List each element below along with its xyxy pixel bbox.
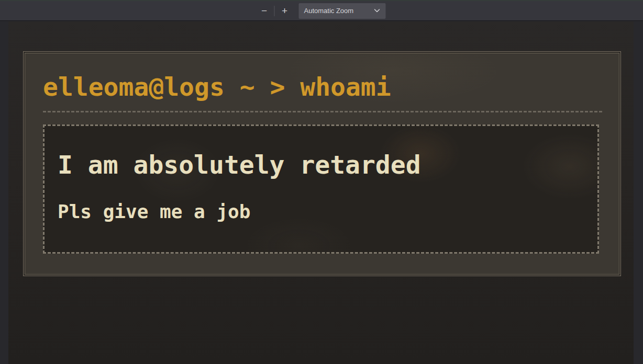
toolbar-divider bbox=[274, 6, 275, 16]
minus-icon: − bbox=[261, 5, 267, 16]
zoom-controls: − + Automatic Zoom bbox=[258, 1, 386, 20]
message-box: I am absolutely retarded Pls give me a j… bbox=[43, 124, 599, 254]
zoom-level-value: Automatic Zoom bbox=[304, 7, 354, 15]
terminal-frame: elleoma@logs ~ > whoami I am absolutely … bbox=[23, 51, 621, 276]
plus-icon: + bbox=[282, 5, 287, 16]
message-subtitle: Pls give me a job bbox=[58, 202, 250, 221]
zoom-out-button[interactable]: − bbox=[258, 4, 271, 18]
terminal-frame-inner: elleoma@logs ~ > whoami I am absolutely … bbox=[25, 53, 619, 275]
terminal-prompt-line: elleoma@logs ~ > whoami bbox=[43, 74, 391, 99]
pdf-viewer-toolbar: − + Automatic Zoom bbox=[0, 0, 643, 21]
pdf-page: elleoma@logs ~ > whoami I am absolutely … bbox=[8, 21, 634, 364]
prompt-separator bbox=[43, 111, 602, 112]
chevron-down-icon bbox=[374, 9, 380, 13]
zoom-in-button[interactable]: + bbox=[278, 4, 292, 18]
message-title: I am absolutely retarded bbox=[58, 152, 421, 177]
zoom-level-select[interactable]: Automatic Zoom bbox=[299, 3, 386, 19]
